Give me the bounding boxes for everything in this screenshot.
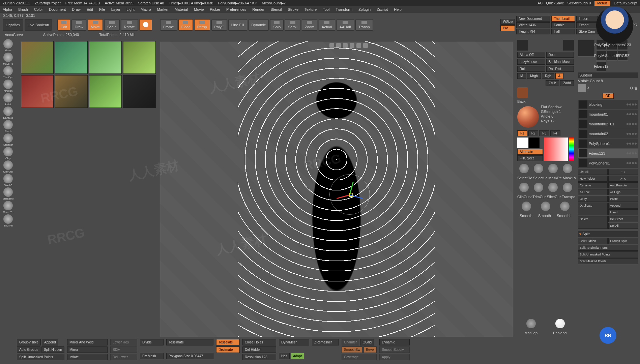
alpha-thumb[interactable] <box>517 40 528 51</box>
subtool-item[interactable]: mountain02_01 <box>578 119 638 129</box>
menu-texture[interactable]: Texture <box>304 7 317 11</box>
coverage-button[interactable]: Coverage <box>342 354 377 360</box>
stroke-thumb[interactable] <box>563 40 574 51</box>
floor-button[interactable]: Floor <box>178 19 193 31</box>
back-thumb[interactable] <box>517 87 528 98</box>
gstrength-field[interactable]: GStrength 1 <box>541 110 574 114</box>
menu-render[interactable]: Render <box>252 7 264 11</box>
menu-marker[interactable]: Marker <box>157 7 169 11</box>
selectrc-icon[interactable] <box>519 164 529 173</box>
rgb-button[interactable]: Rgb <box>542 73 554 79</box>
a-button[interactable]: A <box>555 73 564 79</box>
backfacemask-button[interactable]: BackfaceMask <box>546 59 574 65</box>
brush-trimdyn[interactable]: TrimDyn <box>1 66 16 79</box>
wsize-button[interactable]: WSize <box>500 19 515 25</box>
dynamesh-button[interactable]: DynaMesh <box>279 339 309 345</box>
transpo-icon[interactable] <box>563 183 572 192</box>
smoothsw-button[interactable]: SmoothSw <box>342 346 362 353</box>
menu-picker[interactable]: Picker <box>210 7 220 11</box>
rolldist-button[interactable]: Roll Dist <box>546 66 574 72</box>
seethrough-slider[interactable]: See-through 0 <box>568 1 591 5</box>
reference-image[interactable] <box>55 75 88 108</box>
groupvisible-button[interactable]: GroupVisible <box>17 339 41 345</box>
pro-button[interactable]: Pro <box>500 25 515 31</box>
f4-button[interactable]: F4 <box>550 130 560 136</box>
smoothsubdiv-button[interactable]: SmoothSubdiv <box>379 346 410 353</box>
brush-slash3[interactable]: Slash3 <box>1 174 16 187</box>
menu-stencil[interactable]: Stencil <box>270 7 282 11</box>
viewport[interactable] <box>160 41 513 337</box>
gizmo-center[interactable] <box>349 193 353 197</box>
menu-layer[interactable]: Layer <box>111 7 121 11</box>
matcap-icon[interactable] <box>526 319 536 328</box>
menu-tool[interactable]: Tool <box>323 7 329 11</box>
reference-image[interactable] <box>21 75 54 108</box>
autoreorder-button[interactable]: AutoReorder <box>608 182 638 188</box>
menu-alpha[interactable]: Alpha <box>3 7 12 11</box>
menu-preferences[interactable]: Preferences <box>226 7 246 11</box>
brush-pinch[interactable]: Pinch <box>1 120 16 133</box>
polygonsize-field[interactable]: Polygons Size 0.05447 <box>166 353 213 359</box>
zremesher-button[interactable]: ZRemesher <box>312 339 339 345</box>
tool-active-thumb[interactable] <box>578 40 595 57</box>
transp-button[interactable]: Transp <box>355 19 373 31</box>
dellower-button[interactable]: Del Lower <box>110 354 137 360</box>
subtool-item[interactable]: Fibers123 <box>578 149 638 158</box>
inflate-button[interactable]: Inflate <box>67 354 108 360</box>
newdoc-button[interactable]: New Document <box>516 16 550 22</box>
f3-button[interactable]: F3 <box>539 130 549 136</box>
alllow-button[interactable]: All Low <box>578 189 608 195</box>
m-button[interactable]: M <box>517 73 526 79</box>
chamfer-button[interactable]: Chamfer <box>342 339 359 345</box>
delhidden-button[interactable]: Del Hidden <box>242 346 276 353</box>
newfolder-button[interactable]: New Folder <box>578 176 608 182</box>
fixmesh-button[interactable]: Fix Mesh <box>140 353 164 359</box>
reference-image[interactable] <box>21 41 54 74</box>
folder-icon[interactable] <box>578 84 586 92</box>
pabland-icon[interactable] <box>555 319 565 328</box>
splithidden-button-b[interactable]: Split Hidden <box>41 346 64 353</box>
mrgb-button[interactable]: Mrgb <box>527 73 541 79</box>
trash-icon[interactable]: 🗑 <box>634 86 638 90</box>
lowerres-button[interactable]: Lower Res <box>110 339 137 345</box>
copy-button[interactable]: Copy <box>578 196 608 202</box>
storecam-button[interactable]: Store Cam <box>576 29 598 34</box>
menu-stroke[interactable]: Stroke <box>288 7 298 11</box>
aahalf-button[interactable]: AAHalf <box>337 19 354 31</box>
zsub-button[interactable]: Zsub <box>546 80 559 86</box>
linefill-button[interactable]: Line Fill <box>228 19 247 31</box>
brush-move[interactable]: Move <box>1 39 16 52</box>
splithidden-button[interactable]: Split Hidden <box>578 238 608 244</box>
divide-button[interactable]: Divide <box>140 339 164 345</box>
import-button[interactable]: Import <box>576 16 598 22</box>
brush-immpri[interactable]: IMM Pri <box>1 214 16 227</box>
tool-thumb[interactable]: SimpleB <box>607 51 617 61</box>
subtool-item[interactable]: PolySphere1 <box>578 139 638 148</box>
default-zscript[interactable]: DefaultZScript <box>614 1 637 5</box>
brush-inflat[interactable]: Inflat <box>1 93 16 106</box>
adapt-button[interactable]: Adapt <box>291 353 304 359</box>
lazymouse-button[interactable]: LazyMouse <box>517 59 545 65</box>
subtool-item[interactable]: mountain01 <box>578 110 638 119</box>
menus-toggle[interactable]: Menus <box>594 0 610 6</box>
fillobject-button[interactable]: FillObject <box>517 155 543 161</box>
draw-button[interactable]: Draw <box>71 19 86 31</box>
arrows2-button[interactable]: ↗ ↘ <box>608 176 638 182</box>
lightbox-button[interactable]: LightBox <box>3 19 23 31</box>
groupssplit-button[interactable]: Groups Split <box>608 238 638 244</box>
angle-field[interactable]: Angle 0 <box>541 114 574 118</box>
hue-bar[interactable] <box>569 138 574 161</box>
or-toggle[interactable]: OR <box>603 93 614 99</box>
delete-button[interactable]: Delete <box>578 216 608 229</box>
brush-damsta[interactable]: DamSta <box>1 107 16 119</box>
splitunmasked-button-b[interactable]: Split Unmasked Points <box>17 354 64 360</box>
menu-zscript[interactable]: Zscript <box>377 7 388 11</box>
brush-curvetu[interactable]: CurveTu <box>1 201 16 214</box>
rays-field[interactable]: Rays 12 <box>541 119 574 123</box>
tool-thumb[interactable]: PolyMes <box>596 51 606 61</box>
subtool-item[interactable]: mountain02 <box>578 129 638 139</box>
tessimate-button[interactable]: Tessimate <box>166 339 213 345</box>
dynamic-button-b[interactable]: Dynamic <box>379 339 410 345</box>
smooth1-icon[interactable] <box>522 202 531 211</box>
paste-button[interactable]: Paste <box>608 196 638 202</box>
